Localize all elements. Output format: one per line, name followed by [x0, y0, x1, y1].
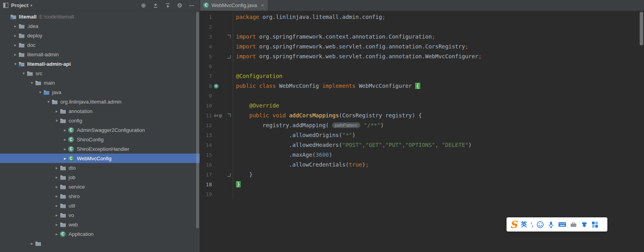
line-number[interactable]: 11: [200, 111, 212, 120]
chevron-right-icon[interactable]: ▸: [62, 146, 68, 152]
line-number[interactable]: 1: [200, 12, 212, 22]
editor-gutter[interactable]: 15: [200, 150, 233, 160]
code-line-text[interactable]: }: [233, 180, 241, 189]
code-line-text[interactable]: .allowedOrigins("*"): [233, 130, 355, 140]
tree-item-java[interactable]: ▾java: [0, 87, 200, 97]
editor-gutter[interactable]: 18: [200, 180, 233, 189]
tree-item-litemall-admin-api[interactable]: ▾litemall-admin-api: [0, 59, 200, 69]
chevron-down-icon[interactable]: ▾: [20, 71, 27, 76]
code-fold-icon[interactable]: [226, 111, 231, 120]
tree-item-annotation[interactable]: ▸annotation: [0, 106, 200, 116]
editor-gutter[interactable]: 4: [200, 42, 233, 52]
chevron-right-icon[interactable]: ▸: [54, 184, 60, 189]
toolbox-icon[interactable]: [570, 221, 577, 228]
line-number[interactable]: 18: [200, 180, 212, 189]
locate-icon[interactable]: ⊕: [141, 2, 146, 8]
editor-gutter[interactable]: 13: [200, 130, 233, 140]
code-line-text[interactable]: .maxAge(3600): [233, 150, 332, 160]
tree-item-partial[interactable]: ▸: [0, 239, 200, 248]
tree-item-vo[interactable]: ▸vo: [0, 210, 200, 220]
tree-item-deploy[interactable]: ▸deploy: [0, 31, 200, 40]
code-line[interactable]: 9: [200, 91, 638, 101]
line-number[interactable]: 13: [200, 130, 212, 140]
chevron-right-icon[interactable]: ▸: [54, 203, 60, 208]
line-number[interactable]: 7: [200, 71, 212, 81]
editor-gutter[interactable]: 2: [200, 22, 233, 32]
code-line-text[interactable]: [233, 61, 236, 71]
editor-gutter[interactable]: 1: [200, 12, 233, 22]
code-line-text[interactable]: .allowedHeaders("POST","GET","PUT","OPTI…: [233, 140, 472, 150]
line-number[interactable]: 4: [200, 42, 212, 52]
code-line[interactable]: 12 registry.addMapping( pathPattern: "/*…: [200, 120, 638, 130]
chevron-right-icon[interactable]: ▸: [12, 52, 19, 57]
tree-item-litemall[interactable]: litemallE:\code\litemall: [0, 12, 200, 21]
code-line[interactable]: 3import org.springframework.context.anno…: [200, 32, 638, 42]
code-line[interactable]: 7@Configuration: [200, 71, 638, 81]
line-number[interactable]: 10: [200, 101, 212, 111]
code-line[interactable]: 8cpublic class WebMvcConfig implements W…: [200, 81, 638, 91]
tree-item-dto[interactable]: ▸dto: [0, 163, 200, 172]
code-line[interactable]: 1package org.linlinjava.litemall.admin.c…: [200, 12, 638, 22]
editor-gutter[interactable]: 12: [200, 120, 233, 130]
editor-gutter[interactable]: 7: [200, 71, 233, 81]
code-fold-icon[interactable]: [226, 170, 231, 180]
editor-gutter[interactable]: 17: [200, 170, 233, 180]
tree-item-doc[interactable]: ▸doc: [0, 40, 200, 50]
tree-item-main[interactable]: ▾main: [0, 78, 200, 87]
tree-item-webmvcconfig[interactable]: ▸CWebMvcConfig: [0, 154, 200, 163]
hide-panel-icon[interactable]: —: [189, 2, 194, 8]
chevron-down-icon[interactable]: ▾: [29, 80, 35, 85]
code-line-text[interactable]: registry.addMapping( pathPattern: "/**"): [233, 120, 384, 130]
layout-grid-icon[interactable]: [592, 221, 598, 228]
code-line[interactable]: 17 }: [200, 170, 638, 180]
code-line-text[interactable]: import org.springframework.web.servlet.c…: [233, 52, 482, 61]
class-gutter-icon[interactable]: c: [214, 84, 219, 89]
chevron-right-icon[interactable]: ▸: [12, 43, 19, 48]
editor-gutter[interactable]: 5: [200, 52, 233, 61]
chevron-right-icon[interactable]: ▸: [12, 24, 19, 29]
code-line-text[interactable]: package org.linlinjava.litemall.admin.co…: [233, 12, 385, 22]
chevron-right-icon[interactable]: ▸: [54, 175, 60, 180]
chevron-right-icon[interactable]: ▸: [62, 137, 68, 142]
code-line[interactable]: 19: [200, 189, 638, 199]
tree-item-shiroconfig[interactable]: ▸CShiroConfig: [0, 135, 200, 144]
line-number[interactable]: 2: [200, 22, 212, 32]
code-line-text[interactable]: [233, 22, 236, 32]
line-number[interactable]: 15: [200, 150, 212, 160]
code-line[interactable]: 4import org.springframework.web.servlet.…: [200, 42, 638, 52]
tab-webmvcconfig[interactable]: C WebMvcConfig.java ×: [200, 0, 268, 11]
code-line-text[interactable]: @Configuration: [233, 71, 282, 81]
code-line-text[interactable]: public void addCorsMappings(CorsRegistry…: [233, 111, 422, 120]
line-number[interactable]: 9: [200, 91, 212, 101]
editor-gutter[interactable]: 19: [200, 189, 233, 199]
tree-item-shiroexceptionhandler[interactable]: ▸CShiroExceptionHandler: [0, 144, 200, 154]
code-line-text[interactable]: @Override: [233, 101, 279, 111]
code-line-text[interactable]: [233, 91, 236, 101]
tree-item-.idea[interactable]: ▸.idea: [0, 21, 200, 31]
editor-gutter[interactable]: 14: [200, 140, 233, 150]
voice-input-icon[interactable]: [547, 221, 555, 228]
code-line[interactable]: 14 .allowedHeaders("POST","GET","PUT","O…: [200, 140, 638, 150]
code-line[interactable]: 6: [200, 61, 638, 71]
editor-gutter[interactable]: 9: [200, 91, 233, 101]
tree-item-job[interactable]: ▸job: [0, 172, 200, 182]
chevron-right-icon[interactable]: ▸: [54, 165, 60, 170]
punctuation-mode-icon[interactable]: ’,: [531, 221, 533, 228]
editor-scrollbar-thumb[interactable]: [640, 12, 643, 45]
code-line-text[interactable]: public class WebMvcConfig implements Web…: [233, 81, 420, 91]
code-line[interactable]: 16 .allowCredentials(true);: [200, 160, 638, 170]
code-line[interactable]: 18}: [200, 180, 638, 189]
code-line[interactable]: 15 .maxAge(3600): [200, 150, 638, 160]
line-number[interactable]: 16: [200, 160, 212, 170]
line-number[interactable]: 14: [200, 140, 212, 150]
chevron-right-icon[interactable]: ▸: [54, 222, 60, 227]
code-line-text[interactable]: [233, 189, 236, 199]
tree-item-service[interactable]: ▸service: [0, 182, 200, 191]
settings-gear-icon[interactable]: ⚙: [177, 2, 182, 8]
emoji-icon[interactable]: [536, 221, 544, 228]
chevron-right-icon[interactable]: ▸: [29, 241, 35, 246]
line-number[interactable]: 19: [200, 189, 212, 199]
code-fold-icon[interactable]: [226, 52, 231, 61]
code-line[interactable]: 2: [200, 22, 638, 32]
editor-gutter[interactable]: 10: [200, 101, 233, 111]
